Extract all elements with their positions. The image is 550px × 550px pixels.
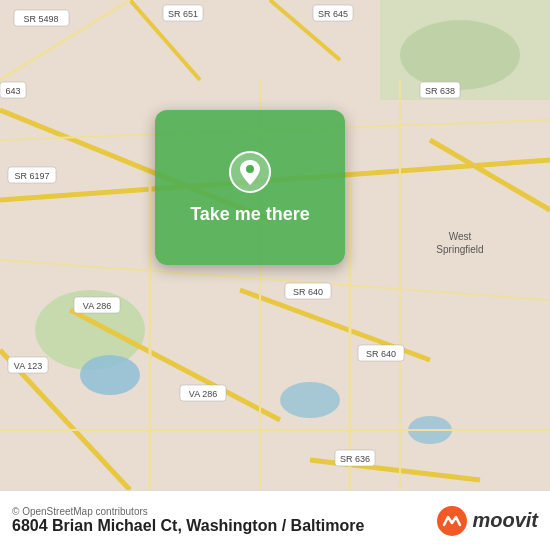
svg-text:SR 640: SR 640 [366, 349, 396, 359]
svg-text:SR 640: SR 640 [293, 287, 323, 297]
svg-text:SR 5498: SR 5498 [23, 14, 58, 24]
moovit-text: moovit [472, 509, 538, 532]
svg-point-3 [280, 382, 340, 418]
svg-point-6 [400, 20, 520, 90]
bottom-bar: © OpenStreetMap contributors 6804 Brian … [0, 490, 550, 550]
svg-text:VA 123: VA 123 [14, 361, 42, 371]
bottom-left-info: © OpenStreetMap contributors 6804 Brian … [12, 506, 364, 535]
location-pin-icon [228, 150, 272, 194]
svg-text:SR 651: SR 651 [168, 9, 198, 19]
svg-point-51 [246, 165, 254, 173]
svg-text:SR 636: SR 636 [340, 454, 370, 464]
address-text: 6804 Brian Michael Ct, Washington / Balt… [12, 517, 364, 535]
map-container: SR 5498 SR 651 SR 645 SR 638 643 SR 6197… [0, 0, 550, 490]
moovit-logo: moovit [436, 505, 538, 537]
location-card[interactable]: Take me there [155, 110, 345, 265]
take-me-there-button[interactable]: Take me there [190, 204, 310, 225]
svg-text:643: 643 [5, 86, 20, 96]
svg-text:SR 645: SR 645 [318, 9, 348, 19]
svg-text:SR 638: SR 638 [425, 86, 455, 96]
attribution-text: © OpenStreetMap contributors [12, 506, 364, 517]
svg-text:West: West [449, 231, 472, 242]
svg-text:SR 6197: SR 6197 [14, 171, 49, 181]
svg-text:Springfield: Springfield [436, 244, 483, 255]
svg-text:VA 286: VA 286 [83, 301, 111, 311]
moovit-icon [436, 505, 468, 537]
svg-text:VA 286: VA 286 [189, 389, 217, 399]
svg-point-2 [80, 355, 140, 395]
